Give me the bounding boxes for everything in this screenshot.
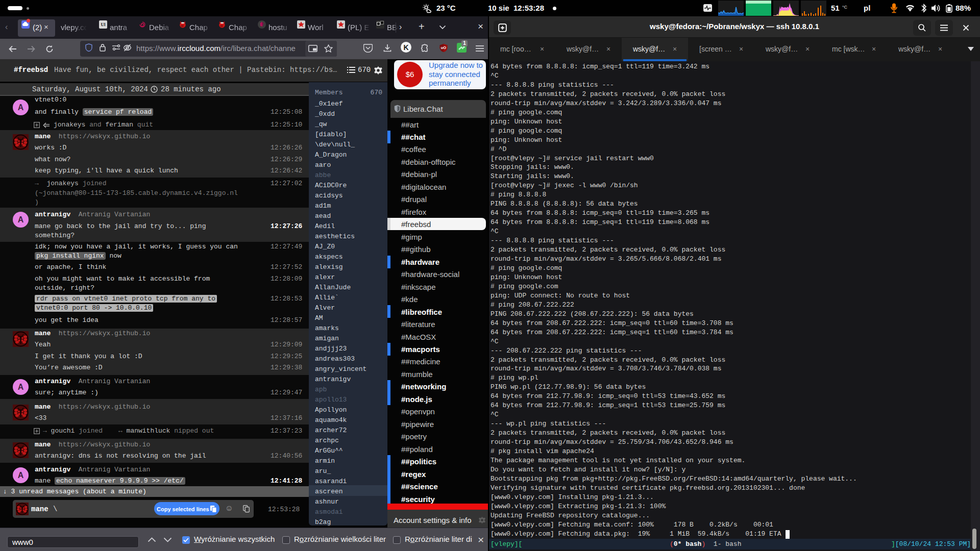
svg-text:uO: uO: [441, 45, 447, 50]
